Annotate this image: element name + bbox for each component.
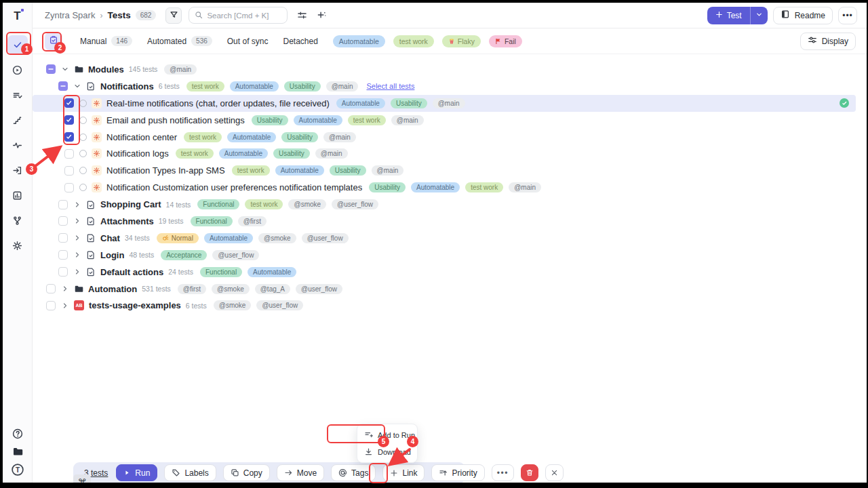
sidebar-item-pulse[interactable] [7, 136, 28, 155]
tree-row[interactable]: Notification logstest workAutomatableUsa… [33, 145, 856, 162]
chip-Fail[interactable]: Fail [489, 35, 522, 47]
chip--main[interactable]: @main [315, 148, 348, 159]
filter-settings-button[interactable] [45, 33, 62, 50]
chip--smoke[interactable]: @smoke [288, 199, 326, 209]
chip-Usability[interactable]: Usability [369, 182, 406, 192]
chip-test-work[interactable]: test work [176, 148, 214, 159]
sidebar-item-steps[interactable] [7, 110, 28, 129]
row-checkbox[interactable] [64, 149, 74, 159]
breadcrumb-project[interactable]: Zyntra Spark [45, 10, 95, 20]
sidebar-item-branch[interactable] [7, 211, 28, 230]
row-checkbox[interactable] [46, 284, 56, 293]
chip--smoke[interactable]: @smoke [212, 284, 250, 294]
tree-row[interactable]: Automation531 tests@first@smoke@tag_A@us… [33, 281, 856, 298]
tree-row[interactable]: ABtests-usage-examples6 tests@smoke@user… [33, 297, 856, 314]
chip--user_flow[interactable]: @user_flow [296, 284, 342, 294]
row-checkbox[interactable] [64, 98, 74, 108]
tree-row[interactable]: Attachments19 testsFunctional@first [33, 213, 856, 230]
row-checkbox[interactable] [58, 216, 68, 226]
create-test-button[interactable]: Test [707, 7, 768, 24]
labels-button[interactable]: Labels [164, 464, 216, 481]
tree-row[interactable]: Modules145 tests@main [33, 61, 856, 78]
select-all-tests-link[interactable]: Select all tests [366, 82, 414, 90]
sidebar-item-play-circle[interactable] [7, 60, 28, 79]
chip--main[interactable]: @main [372, 165, 404, 176]
row-checkbox[interactable] [64, 183, 74, 192]
chip-Usability[interactable]: Usability [284, 81, 321, 92]
chip--first[interactable]: @first [238, 216, 267, 226]
chip--main[interactable]: @main [326, 81, 359, 92]
more-options-button[interactable]: ••• [838, 7, 857, 24]
close-selection-button[interactable] [545, 464, 564, 481]
row-checkbox[interactable] [58, 81, 68, 91]
sidebar-item-help[interactable] [12, 428, 23, 439]
chip-Automatable[interactable]: Automatable [333, 35, 385, 47]
more-actions-button[interactable]: ••• [492, 464, 514, 481]
delete-button[interactable] [521, 464, 538, 481]
chip--first[interactable]: @first [178, 284, 206, 294]
readme-button[interactable]: Readme [773, 7, 833, 24]
create-test-dropdown[interactable] [750, 7, 768, 24]
row-checkbox[interactable] [64, 132, 74, 142]
chip-Usability[interactable]: Usability [281, 132, 318, 142]
chip-Usability[interactable]: Usability [330, 165, 366, 176]
tree-row[interactable]: Notification centertest workAutomatableU… [33, 129, 856, 146]
chip-Usability[interactable]: Usability [391, 98, 427, 108]
link-button[interactable]: Link [382, 464, 425, 481]
chip--main[interactable]: @main [509, 182, 541, 192]
chip--smoke[interactable]: @smoke [258, 233, 296, 243]
chevron-right-icon[interactable] [73, 217, 83, 225]
chip-Automatable[interactable]: Automatable [227, 132, 276, 142]
row-checkbox[interactable] [46, 301, 56, 310]
search-input[interactable] [207, 12, 281, 20]
filter-item[interactable]: Automated536 [147, 36, 212, 46]
chevron-right-icon[interactable] [73, 268, 83, 276]
row-checkbox[interactable] [58, 250, 68, 260]
menu-item-add-to-run[interactable]: Add to Run [357, 426, 417, 443]
chevron-right-icon[interactable] [73, 201, 83, 209]
tree-row[interactable]: Notification Customization user preferen… [33, 179, 856, 196]
chip-Flaky[interactable]: Flaky [442, 35, 481, 47]
filter-item[interactable]: Detached [283, 37, 317, 46]
chevron-down-icon[interactable] [73, 82, 83, 90]
filter-funnel-button[interactable] [165, 7, 182, 24]
sidebar-item-list-check[interactable] [7, 85, 28, 104]
tags-button[interactable]: Tags [331, 464, 376, 481]
chip-test-work[interactable]: test work [393, 35, 434, 47]
copy-button[interactable]: Copy [223, 464, 270, 481]
sidebar-item-gear[interactable] [7, 236, 28, 255]
app-logo[interactable]: T [3, 3, 33, 30]
chip-test-work[interactable]: test work [245, 199, 283, 209]
sidebar-item-folder-solid[interactable] [12, 446, 23, 457]
priority-button[interactable]: Priority [431, 464, 484, 481]
tree-row[interactable]: Notifications6 teststest workAutomatable… [33, 78, 856, 95]
chip-test-work[interactable]: test work [184, 132, 222, 142]
chip-Automatable[interactable]: Automatable [336, 98, 385, 108]
tree-row[interactable]: Shopping Cart14 testsFunctionaltest work… [33, 196, 856, 213]
chip-Normal[interactable]: Normal [157, 233, 199, 243]
adjustments-icon[interactable] [297, 10, 307, 20]
chip-Automatable[interactable]: Automatable [275, 165, 324, 176]
chip--tag_A[interactable]: @tag_A [255, 284, 290, 294]
sidebar-item-box-arrow[interactable] [7, 161, 28, 180]
chip--main[interactable]: @main [433, 98, 465, 108]
chip--user_flow[interactable]: @user_flow [256, 300, 303, 310]
chip-Functional[interactable]: Functional [191, 216, 233, 226]
tree-row[interactable]: Real-time notifications (chat, order upd… [33, 95, 856, 112]
run-button[interactable]: Run [116, 464, 157, 481]
chip--smoke[interactable]: @smoke [214, 300, 252, 310]
chip-Usability[interactable]: Usability [252, 115, 288, 125]
chip-Automatable[interactable]: Automatable [294, 115, 342, 125]
chevron-down-icon[interactable] [61, 65, 71, 73]
row-checkbox[interactable] [46, 64, 56, 74]
filter-item[interactable]: Manual146 [80, 36, 132, 46]
search-box[interactable] [189, 7, 288, 24]
chevron-right-icon[interactable] [61, 302, 71, 310]
chip-test-work[interactable]: test work [186, 81, 224, 92]
filter-item[interactable]: Out of sync [227, 37, 269, 46]
chip-Functional[interactable]: Functional [197, 199, 239, 209]
tree-row[interactable]: Notification Types In-app SMStest workAu… [33, 162, 856, 179]
row-checkbox[interactable] [64, 166, 74, 176]
tree-row[interactable]: Chat34 testsNormalAutomatable@smoke@user… [33, 230, 856, 247]
row-checkbox[interactable] [58, 233, 68, 243]
